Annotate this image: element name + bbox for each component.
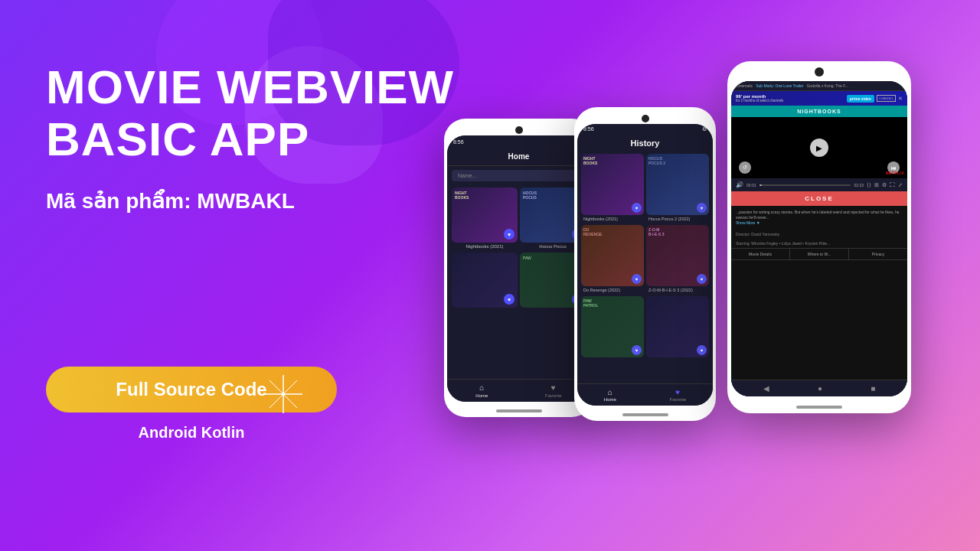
history-label-dorevenge: Do Revenge (2022) [581, 286, 644, 294]
prime-logo: prime video [847, 95, 874, 103]
history-card-dorevenge[interactable]: DOREVENGE ♥ Do Revenge (2022) [581, 225, 644, 294]
tab-movie-details[interactable]: Movie Details [731, 249, 790, 259]
phone-home: 8:56 ⚙ Home Name... NIGHTBOOKS ♥ Nightbo… [444, 119, 593, 417]
phone1-home-bar [496, 409, 542, 412]
nav-home[interactable]: ⌂ Home [475, 383, 488, 398]
phone3-director: Director: David Yarovesky [731, 230, 907, 239]
phone2-bottom-nav: ⌂ Home ♥ Favorite [577, 383, 713, 406]
phone3-camera [815, 67, 824, 77]
ph2-heart-icon: ♥ [675, 388, 680, 396]
movie-card-3[interactable]: ♥ [452, 253, 518, 311]
progress-fill [760, 184, 763, 186]
phone2-header: History [577, 135, 713, 152]
movie-title-3 [452, 308, 518, 311]
ad-subtext: for 2 months of select channels [736, 99, 783, 103]
fav-icon-1[interactable]: ♥ [504, 229, 514, 240]
history-fav-5[interactable]: ♥ [697, 274, 707, 284]
history-fav-2[interactable]: ♥ [697, 203, 707, 213]
expand-icon[interactable]: ⤢ [898, 182, 903, 188]
settings-ctrl-icon[interactable]: ⚙ [882, 182, 887, 188]
phone1-screen: 8:56 ⚙ Home Name... NIGHTBOOKS ♥ Nightbo… [447, 135, 590, 402]
phone3-video-player[interactable]: ↺ ▶ ⏭ NETFLIX [731, 117, 907, 178]
history-card-nightbooks[interactable]: NIGHTBOOKS ♥ Nightbooks (2021) [581, 154, 644, 223]
history-label-zombies: Z-O-M-B-I-E-S 3 (2022) [646, 286, 709, 294]
ph3-back-icon[interactable]: ◀ [763, 384, 769, 393]
phone1-header: Home [447, 148, 590, 166]
history-fav-8[interactable]: ♥ [697, 345, 707, 355]
history-card-hocus[interactable]: HOCUSPOCUS 2 ♥ Hocus Pocus 2 (2022) [646, 154, 709, 223]
movie-title-nightbooks: Nightbooks (2021) [452, 243, 518, 250]
progress-bar[interactable] [760, 184, 851, 186]
history-label-paw [581, 357, 644, 360]
phone3-bottom-tabs: Movie Details Where to W... Privacy [731, 248, 907, 260]
volume-icon[interactable]: 🔊 [736, 181, 743, 188]
left-content: MOVIE WEBVIEW BASIC APP Mã sản phẩm: MWB… [46, 61, 475, 442]
product-subtitle: Mã sản phẩm: MWBAKL [46, 188, 475, 214]
fullscreen-icon[interactable]: ⛶ [890, 182, 895, 187]
ph2-nav-home[interactable]: ⌂ Home [604, 388, 616, 402]
home-icon: ⌂ [479, 383, 484, 392]
heart-icon: ♥ [551, 383, 556, 392]
share-icon[interactable]: ⟨⟩ [867, 182, 871, 188]
ph3-recent-icon[interactable]: ■ [871, 384, 875, 393]
ph2-home-icon: ⌂ [608, 388, 612, 396]
history-card-8[interactable]: ♥ [646, 296, 709, 360]
history-card-zombies[interactable]: Z-O-MB-I-E-S 3 ♥ Z-O-M-B-I-E-S 3 (2022) [646, 225, 709, 294]
movie-card-nightbooks[interactable]: NIGHTBOOKS ♥ Nightbooks (2021) [452, 187, 518, 250]
phone3-content: Cinematic Sub Marly: One Love Trailer Go… [731, 81, 907, 396]
phone1-camera [515, 126, 523, 134]
netflix-logo: NETFLIX [886, 171, 904, 175]
tab-godzilla[interactable]: Godzilla x Kong: The F... [806, 83, 848, 88]
settings-icon-2: ⚙ [702, 126, 707, 132]
phone2-status-bar: 8:56 ⚙ [577, 124, 713, 135]
rewind-icon[interactable]: ↺ [739, 161, 751, 174]
history-label-8 [646, 357, 709, 360]
platform-label: Android Kotlin [46, 424, 337, 442]
history-label-hocus: Hocus Pocus 2 (2022) [646, 215, 709, 223]
phone3-home-bar [796, 406, 842, 409]
phone3-description: ...passion for writing scary stories. Bu… [731, 206, 907, 230]
phone3-screen: Cinematic Sub Marly: One Love Trailer Go… [731, 81, 907, 396]
history-fav-4[interactable]: ♥ [632, 274, 642, 284]
phone1-status-bar: 8:56 ⚙ [447, 135, 590, 148]
phone-history: 8:56 ⚙ History NIGHTBOOKS ♥ Nightbooks (… [574, 107, 716, 421]
fav-icon-3[interactable]: ♥ [504, 294, 514, 305]
phone2-camera [642, 115, 649, 122]
history-card-paw[interactable]: PAWPATROL ♥ [581, 296, 644, 360]
tab-cinematic[interactable]: Cinematic [736, 83, 753, 88]
phone3-starring: Starring: Winslow Fegley • Lidya Jewel •… [731, 239, 907, 248]
phone1-bottom-nav: ⌂ Home ♥ Favorite [447, 379, 590, 402]
phone3-bottom-nav: ◀ ● ■ [731, 380, 907, 396]
phone3-controls: 🔊 00:01 02:23 ⟨⟩ ⊞ ⚙ ⛶ ⤢ [731, 178, 907, 191]
close-button[interactable]: CLOSE [731, 191, 907, 206]
history-fav-7[interactable]: ♥ [632, 345, 642, 355]
ph2-nav-favorite[interactable]: ♥ Favorite [669, 388, 686, 402]
phones-container: 8:56 ⚙ Home Name... NIGHTBOOKS ♥ Nightbo… [421, 0, 980, 551]
main-title: MOVIE WEBVIEW BASIC APP [46, 61, 475, 165]
tab-privacy[interactable]: Privacy [849, 249, 907, 259]
history-fav-1[interactable]: ♥ [632, 203, 642, 213]
svg-point-4 [282, 393, 285, 396]
phone3-video-title: NIGHTBOOKS [731, 106, 907, 117]
phone1-search[interactable]: Name... [452, 170, 586, 181]
phone2-screen: 8:56 ⚙ History NIGHTBOOKS ♥ Nightbooks (… [577, 124, 713, 406]
sparkle-icon [264, 375, 302, 413]
play-button[interactable]: ▶ [810, 139, 828, 157]
phone-player: Cinematic Sub Marly: One Love Trailer Go… [727, 61, 911, 413]
nav-favorite[interactable]: ♥ Favorite [545, 383, 562, 398]
grid-icon[interactable]: ⊞ [874, 182, 879, 188]
phone2-home-bar [622, 413, 668, 416]
phone1-movie-grid: NIGHTBOOKS ♥ Nightbooks (2021) HOCUSPOCU… [447, 185, 590, 313]
tab-sub[interactable]: Sub Marly: One Love Trailer [756, 83, 803, 88]
ph3-home-icon[interactable]: ● [818, 384, 822, 393]
tab-where-watch[interactable]: Where to W... [790, 249, 849, 259]
channel-label: CHANNEL [877, 95, 896, 102]
history-label-nightbooks: Nightbooks (2021) [581, 215, 644, 223]
phone2-movie-grid: NIGHTBOOKS ♥ Nightbooks (2021) HOCUSPOCU… [577, 152, 713, 363]
ad-close-icon[interactable]: ✕ [898, 96, 903, 102]
phone3-ad-banner: 99' per month for 2 months of select cha… [731, 91, 907, 106]
phone3-tabs: Cinematic Sub Marly: One Love Trailer Go… [731, 81, 907, 91]
